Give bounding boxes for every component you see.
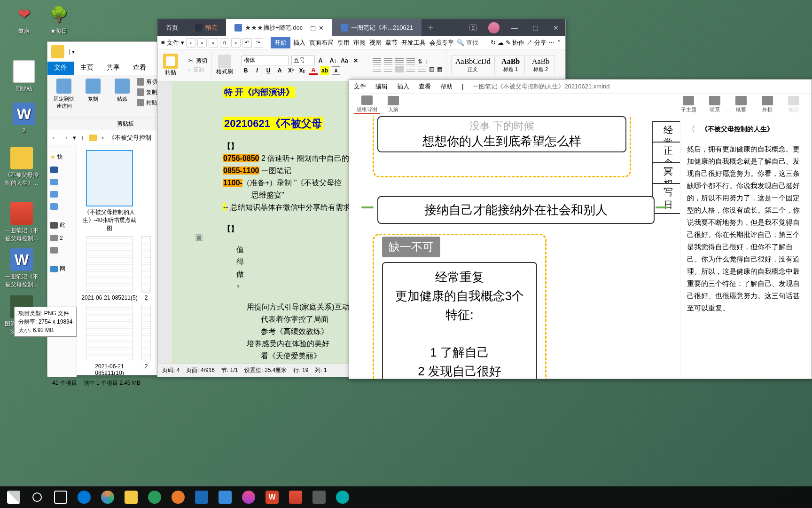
desktop-icon-recycle[interactable]: 回收站 <box>8 60 40 93</box>
sidebar-item[interactable] <box>47 164 76 176</box>
desktop-icon-xmind[interactable]: 一图笔记《不被父母控制... <box>3 202 40 243</box>
style-heading1[interactable]: AaBb标题 1 <box>497 55 525 75</box>
wps-titlebar[interactable]: 首页 稻壳 ★★★摘抄+随笔.doc▢✕ 一图笔记《不...210621 + 2… <box>157 19 565 36</box>
desktop-icon-health[interactable]: ❤ 健康 <box>8 3 40 35</box>
search-button[interactable] <box>25 487 49 507</box>
tool-summary[interactable]: 概要 <box>728 96 754 113</box>
back-button[interactable]: ← <box>51 134 57 141</box>
underline-button[interactable]: U <box>264 66 273 75</box>
desktop-icon-doc[interactable]: W 2 <box>8 103 40 134</box>
status-page[interactable]: 页码: 4 <box>162 366 180 374</box>
desktop-icon-daily[interactable]: 🌳 ★每日 <box>42 3 75 35</box>
menu-vip[interactable]: 会员专享 <box>429 37 455 48</box>
taskview-button[interactable] <box>49 487 72 507</box>
close-tab-icon[interactable]: ✕ <box>319 24 324 32</box>
cut-button[interactable]: ✂剪切 <box>188 57 207 65</box>
menu-view[interactable]: 查看 <box>419 82 431 91</box>
sidebar-item[interactable] <box>47 176 76 188</box>
sort-icon[interactable]: ⇅ <box>418 58 422 65</box>
cloud-icon[interactable]: ☁ <box>498 39 504 46</box>
mindmap-subnode[interactable]: 写日 <box>652 183 680 214</box>
style-normal[interactable]: AaBbCcDd正文 <box>451 55 495 75</box>
tool-mindmap[interactable]: 思维导图 <box>354 95 380 114</box>
superscript-button[interactable]: X² <box>287 66 295 75</box>
tool-boundary[interactable]: 外框 <box>754 96 781 113</box>
status-row[interactable]: 行: 19 <box>293 366 308 374</box>
sidebar-item[interactable] <box>47 188 76 200</box>
tab-home[interactable]: 主页 <box>74 62 100 75</box>
font-select[interactable]: 楷体 <box>242 56 289 65</box>
bullet-list-icon[interactable] <box>373 58 381 65</box>
menu-review[interactable]: 审阅 <box>352 37 367 48</box>
border-button[interactable]: ▦ <box>437 66 442 72</box>
status-section[interactable]: 节: 1/1 <box>221 366 238 374</box>
forward-button[interactable]: → <box>62 134 68 141</box>
bold-button[interactable]: B <box>242 66 250 75</box>
preview-icon[interactable]: ▫ <box>231 38 241 48</box>
taskbar-music[interactable] <box>237 487 260 507</box>
menu-dev[interactable]: 开发工具 <box>400 37 427 48</box>
taskbar-wps[interactable]: W <box>260 487 284 507</box>
tab-add[interactable]: + <box>422 19 440 36</box>
paste-button[interactable]: 粘贴 <box>161 54 180 77</box>
sidebar-drive[interactable] <box>47 244 76 256</box>
open-icon[interactable]: ▫ <box>197 38 207 48</box>
tab-daoke[interactable]: 稻壳 <box>187 19 226 36</box>
distributed-icon[interactable] <box>418 66 426 72</box>
indent-icon[interactable] <box>406 58 415 65</box>
style-heading2[interactable]: AaBb标题 2 <box>527 55 555 75</box>
taskbar-app[interactable] <box>331 487 354 507</box>
tool-notes[interactable]: 笔记 <box>781 96 807 113</box>
save-icon[interactable]: ▫ <box>209 38 218 48</box>
print-icon[interactable]: ⎙ <box>220 38 229 48</box>
share-button[interactable]: ↗ 分享 <box>526 39 547 47</box>
file-item[interactable]: 2 <box>141 236 151 301</box>
copy-button[interactable]: ▫复制 <box>188 66 207 74</box>
tab-document-active[interactable]: ★★★摘抄+随笔.doc▢✕ <box>226 19 332 36</box>
align-justify-icon[interactable] <box>406 66 415 72</box>
boundary-label[interactable]: 缺一不可 <box>382 237 440 257</box>
tab-view[interactable]: 查看 <box>126 62 153 75</box>
tool-outline[interactable]: 大纲 <box>380 96 406 113</box>
menu-file[interactable]: 文件 <box>354 82 366 91</box>
up-button[interactable]: ↑ <box>81 134 84 141</box>
taskbar-app[interactable] <box>166 487 190 507</box>
sync-icon[interactable]: ↻ <box>491 39 496 46</box>
back-icon[interactable]: 〈 <box>687 124 695 135</box>
status-pages[interactable]: 页面: 4/916 <box>186 366 215 374</box>
tab-document[interactable]: 一图笔记《不...210621 <box>332 19 422 36</box>
file-item[interactable] <box>141 150 151 232</box>
undo-icon[interactable]: ↶ <box>242 38 252 48</box>
taskbar-xmind[interactable] <box>284 487 307 507</box>
taskbar-app[interactable] <box>143 487 166 507</box>
taskbar-app[interactable] <box>213 487 237 507</box>
tab-file[interactable]: 文件 <box>47 62 74 75</box>
clear-format-icon[interactable]: ✕ <box>351 56 360 65</box>
user-avatar[interactable] <box>484 19 503 36</box>
menu-edit[interactable]: 编辑 <box>375 82 388 91</box>
menu-layout[interactable]: 页面布局 <box>308 37 335 48</box>
menu-help[interactable]: 帮助 <box>440 82 453 91</box>
subscript-button[interactable]: X₂ <box>298 66 306 75</box>
taskbar-app[interactable] <box>72 487 96 507</box>
badge[interactable]: 2 <box>464 19 483 36</box>
mindmap-node[interactable]: 接纳自己才能接纳外在社会和别人 <box>377 196 655 224</box>
taskbar-explorer[interactable] <box>119 487 143 507</box>
strike-button[interactable]: A <box>275 66 284 75</box>
status-col[interactable]: 列: 1 <box>315 366 327 374</box>
shading-button[interactable]: ▥ <box>429 66 434 72</box>
desktop-icon-folder[interactable]: 《不被父母控制的人生》... <box>3 147 40 187</box>
menu-icon[interactable]: ≡ <box>161 39 165 46</box>
align-center-icon[interactable] <box>384 66 392 72</box>
find-box[interactable]: 🔍查找 <box>457 39 478 47</box>
menu-insert[interactable]: 插入 <box>397 82 409 91</box>
menu-start[interactable]: 开始 <box>271 37 290 48</box>
taskbar-app[interactable] <box>190 487 213 507</box>
file-item[interactable]: 2021-06-21 085211(5) <box>81 236 138 301</box>
menu-insert[interactable]: 插入 <box>292 37 306 48</box>
shrink-font-icon[interactable]: A↓ <box>329 56 337 65</box>
mindmap-node[interactable]: 没事 下的时候 想想你的人生到底希望怎么样 <box>377 116 626 152</box>
sidebar-this-pc[interactable]: 此 <box>47 218 76 232</box>
tool-relation[interactable]: 联系 <box>702 96 728 113</box>
outdent-icon[interactable] <box>395 58 404 65</box>
